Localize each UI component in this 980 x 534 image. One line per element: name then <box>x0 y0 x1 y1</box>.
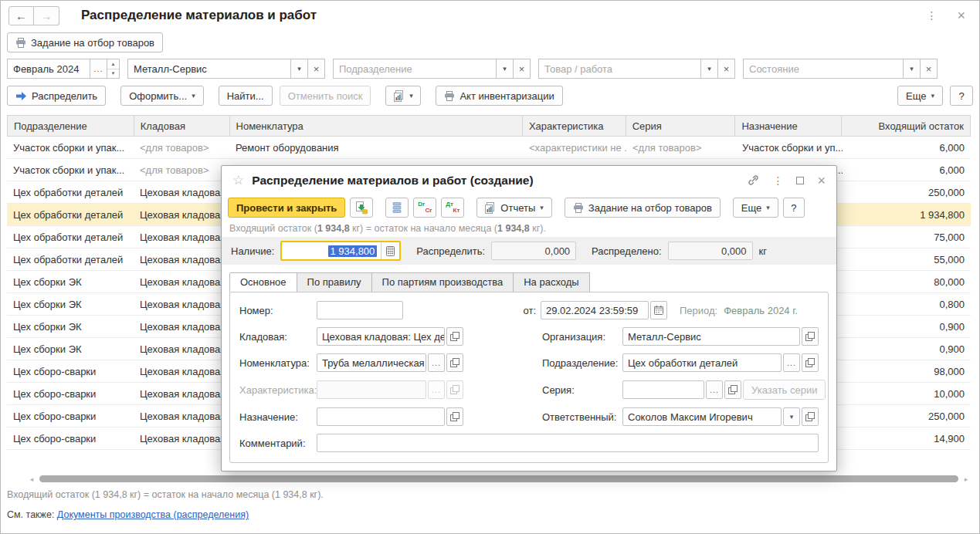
reports-button[interactable]: Отчеты ▾ <box>476 198 551 218</box>
column-header[interactable]: Характеристика <box>523 116 626 136</box>
table-cell[interactable]: 250,000 <box>843 181 971 203</box>
table-cell[interactable]: 98,000 <box>843 360 971 382</box>
column-header[interactable]: Серия <box>626 116 736 136</box>
column-header[interactable]: Подразделение <box>8 116 134 136</box>
table-cell[interactable]: <для товаров> <box>626 137 736 158</box>
inventory-act-button[interactable]: Акт инвентаризации <box>436 86 562 106</box>
cancel-search-button[interactable]: Отменить поиск <box>280 86 371 106</box>
pick-task-button[interactable]: Задание на отбор товаров <box>7 32 163 52</box>
storeroom-field[interactable]: Цеховая кладовая: Цех дет <box>317 327 445 346</box>
table-cell[interactable]: 250,000 <box>843 405 971 427</box>
create-button[interactable]: Оформить... ▾ <box>120 86 204 106</box>
tab-1[interactable]: Основное <box>229 272 297 292</box>
table-cell[interactable]: 14,900 <box>843 428 971 449</box>
purpose-open-button[interactable] <box>446 407 463 426</box>
forward-button[interactable]: → <box>34 6 59 25</box>
table-cell[interactable]: Цех обработки деталей <box>7 226 134 248</box>
table-cell[interactable]: 80,000 <box>843 271 971 292</box>
product-clear-button[interactable]: × <box>718 59 735 79</box>
table-cell[interactable]: Цеховая кладовая <box>134 271 229 292</box>
table-cell[interactable]: Цеховая кладовая <box>134 248 229 270</box>
organization-dropdown-button[interactable]: ▾ <box>291 59 308 79</box>
column-header[interactable]: Назначение <box>735 116 842 136</box>
period-filter[interactable]: Февраль 2024 ... ▴▾ <box>7 59 120 79</box>
table-cell[interactable]: Цеховая кладовая <box>134 181 229 203</box>
product-dropdown-button[interactable]: ▾ <box>701 59 718 79</box>
table-cell[interactable]: 0,900 <box>843 338 971 360</box>
table-cell[interactable]: Цех обработки деталей <box>7 204 134 225</box>
column-header[interactable]: Кладовая <box>134 116 230 136</box>
see-also-link[interactable]: Документы производства (распределения) <box>57 509 249 520</box>
nomenclature-field[interactable]: Труба мелаллическая D1 <box>317 353 426 372</box>
table-cell[interactable]: Цех сборо-сварки <box>7 405 134 427</box>
specify-series-button[interactable]: Указать серии <box>743 380 826 400</box>
table-cell[interactable]: Цеховая кладовая <box>134 360 229 382</box>
series-choose-button[interactable]: ... <box>706 380 723 399</box>
dialog-pick-task-button[interactable]: Задание на отбор товаров <box>565 198 721 218</box>
table-cell[interactable]: 75,000 <box>843 226 971 248</box>
maximize-icon[interactable] <box>796 177 804 184</box>
department-clear-button[interactable]: × <box>514 59 531 79</box>
tab-3[interactable]: По партиям производства <box>372 272 514 292</box>
table-cell[interactable]: <характеристики не ... <box>523 137 626 158</box>
table-cell[interactable]: Цех сборки ЭК <box>7 338 134 360</box>
table-cell[interactable]: 6,000 <box>843 159 971 181</box>
close-icon[interactable]: × <box>957 8 965 22</box>
department-filter-placeholder[interactable]: Подразделение <box>333 59 497 79</box>
kebab-menu-icon[interactable]: ⋮ <box>926 10 937 21</box>
period-spinner[interactable]: ▴▾ <box>107 59 120 79</box>
series-open-button[interactable] <box>724 380 741 399</box>
tab-2[interactable]: По правилу <box>297 272 372 292</box>
comment-field[interactable] <box>317 434 819 452</box>
product-filter[interactable]: Товар / работа ▾ × <box>538 59 735 79</box>
organization-filter-value[interactable]: Металл-Сервис <box>127 59 291 79</box>
table-cell[interactable]: Цех сборки ЭК <box>7 271 134 292</box>
table-cell[interactable]: Цеховая кладовая <box>134 428 229 449</box>
period-filter-value[interactable]: Февраль 2024 <box>7 59 90 79</box>
date-field[interactable]: 29.02.2024 23:59:59 <box>541 301 649 319</box>
table-cell[interactable]: <для товаров> <box>134 159 229 181</box>
state-filter-placeholder[interactable]: Состояние <box>743 59 904 79</box>
scroll-right-icon[interactable]: ▸ <box>961 475 971 483</box>
horizontal-scrollbar[interactable]: ◂ ▸ <box>7 474 971 484</box>
state-clear-button[interactable]: × <box>921 59 938 79</box>
responsible-open-button[interactable] <box>802 407 819 426</box>
table-cell[interactable]: Цех сборо-сварки <box>7 383 134 404</box>
find-button[interactable]: Найти... <box>219 86 273 106</box>
nomenclature-choose-button[interactable]: ... <box>428 353 445 372</box>
table-cell[interactable]: Участок сборки и упак... <box>7 137 134 158</box>
table-cell[interactable]: Цеховая кладовая <box>134 204 229 225</box>
back-button[interactable]: ← <box>8 6 34 25</box>
report-menu-button[interactable]: ▾ <box>385 86 421 106</box>
table-row[interactable]: Участок сборки и упак...<для товаров>Рем… <box>7 137 971 159</box>
table-cell[interactable]: Ремонт оборудования <box>229 137 523 158</box>
organization-field[interactable]: Металл-Сервис <box>622 327 800 346</box>
table-cell[interactable]: Цех сборки ЭК <box>7 293 134 315</box>
dialog-help-button[interactable]: ? <box>783 198 805 218</box>
table-cell[interactable]: 0,900 <box>843 316 971 337</box>
calculator-button[interactable] <box>381 242 399 259</box>
dialog-kebab-icon[interactable]: ⋮ <box>772 175 783 186</box>
calendar-button[interactable] <box>650 301 667 319</box>
scroll-left-icon[interactable]: ◂ <box>27 475 36 483</box>
table-cell[interactable]: Цех сборо-сварки <box>7 360 134 382</box>
post-document-button[interactable] <box>350 198 373 218</box>
table-cell[interactable]: Цех сборо-сварки <box>7 428 134 449</box>
table-cell[interactable]: Цех обработки деталей <box>7 248 134 270</box>
register-records-button[interactable] <box>385 198 409 218</box>
table-cell[interactable]: Цеховая кладовая <box>134 316 229 337</box>
department-open-button[interactable] <box>802 353 819 372</box>
dialog-more-button[interactable]: Еще ▾ <box>733 198 778 218</box>
nomenclature-open-button[interactable] <box>446 353 463 372</box>
table-cell[interactable]: 10,000 <box>843 383 971 404</box>
state-filter[interactable]: Состояние ▾ × <box>743 59 938 79</box>
table-cell[interactable]: 1 934,800 <box>843 204 971 225</box>
table-cell[interactable]: Участок сборки и упак... <box>7 159 134 181</box>
product-filter-placeholder[interactable]: Товар / работа <box>538 59 701 79</box>
table-cell[interactable]: Цеховая кладовая <box>134 293 229 315</box>
organization-clear-button[interactable]: × <box>308 59 325 79</box>
favorite-star-icon[interactable]: ☆ <box>232 172 244 188</box>
help-button[interactable]: ? <box>950 86 973 106</box>
number-field[interactable] <box>317 301 403 319</box>
table-cell[interactable]: Цех сборки ЭК <box>7 316 134 337</box>
